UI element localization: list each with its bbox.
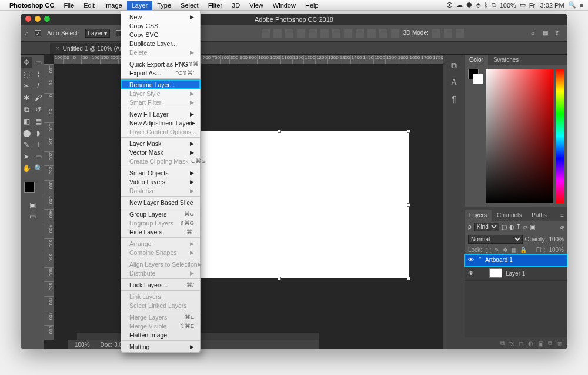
menu-item-group-layers[interactable]: Group Layers⌘G	[121, 210, 200, 218]
menu-item-rename-layer[interactable]: Rename Layer...	[121, 80, 200, 89]
foreground-color[interactable]	[24, 182, 35, 193]
3d-slide-icon[interactable]	[456, 29, 464, 38]
new-layer-icon[interactable]: ⧉	[548, 340, 552, 347]
lock-transparent-icon[interactable]: ⬚	[486, 247, 491, 253]
visibility-icon[interactable]: 👁	[468, 270, 475, 277]
menu-filter[interactable]: Filter	[203, 1, 227, 10]
align-vcenter-icon[interactable]	[273, 29, 282, 38]
type-tool[interactable]: T	[33, 140, 44, 150]
layer-thumbnail[interactable]	[489, 268, 502, 278]
brush-tool[interactable]: 🖌	[33, 92, 44, 103]
menu-help[interactable]: Help	[300, 1, 323, 10]
align-bottom-icon[interactable]	[285, 29, 293, 38]
artboard-tool[interactable]: ▭	[33, 57, 44, 68]
3d-orbit-icon[interactable]	[432, 29, 440, 38]
workspace-icon[interactable]: ▦	[543, 29, 551, 38]
adjustment-layer-icon[interactable]: ◐	[528, 340, 533, 347]
filter-adjust-icon[interactable]: ◐	[509, 224, 514, 230]
app-name[interactable]: Photoshop CC	[9, 2, 54, 9]
delete-layer-icon[interactable]: 🗑	[557, 340, 563, 347]
history-panel-icon[interactable]: ⧉	[451, 61, 457, 71]
3d-pan-icon[interactable]	[444, 29, 452, 38]
menu-file[interactable]: File	[59, 1, 79, 10]
layer-mask-icon[interactable]: ◻	[519, 340, 523, 347]
lock-all-icon[interactable]: 🔒	[520, 247, 527, 253]
menu-select[interactable]: Select	[176, 1, 203, 10]
color-picker-field[interactable]	[486, 69, 553, 203]
menu-item-video-layers[interactable]: Video Layers▶	[121, 177, 200, 186]
visibility-icon[interactable]: 👁	[468, 257, 475, 263]
menu-item-copy-css[interactable]: Copy CSS	[121, 21, 200, 30]
menu-3d[interactable]: 3D	[227, 1, 245, 10]
link-layers-icon[interactable]: ⧉	[500, 340, 505, 347]
status-indicator-icon[interactable]: ⦿	[446, 2, 453, 9]
zoom-tool[interactable]: 🔍	[33, 163, 44, 174]
tab-color[interactable]: Color	[465, 55, 488, 65]
filter-shape-icon[interactable]: ▱	[523, 224, 527, 230]
character-panel-icon[interactable]: A	[451, 78, 457, 87]
menu-item-lock-layers[interactable]: Lock Layers...⌘/	[121, 280, 200, 289]
gradient-tool[interactable]: ▤	[33, 116, 44, 127]
paragraph-panel-icon[interactable]: ¶	[452, 94, 456, 104]
chevron-down-icon[interactable]: ˅	[479, 257, 482, 263]
menu-type[interactable]: Type	[152, 1, 176, 10]
menu-item-new[interactable]: New▶	[121, 12, 200, 21]
menu-item-duplicate-layer[interactable]: Duplicate Layer...	[121, 39, 200, 48]
menu-item-copy-svg[interactable]: Copy SVG	[121, 30, 200, 39]
layer-menu-dropdown[interactable]: New▶Copy CSSCopy SVGDuplicate Layer...De…	[121, 11, 201, 353]
lock-pixels-icon[interactable]: ✎	[495, 247, 499, 253]
shield-icon[interactable]: ⬢	[466, 1, 472, 9]
color-bg-swatch[interactable]	[473, 74, 483, 84]
history-brush-tool[interactable]: ↺	[33, 104, 44, 115]
menu-item-hide-layers[interactable]: Hide Layers⌘,	[121, 227, 200, 236]
crop-tool[interactable]: ✂	[21, 81, 32, 91]
layer-row[interactable]: 👁Layer 1	[465, 266, 567, 281]
menu-extras-icon[interactable]: ≡	[580, 2, 583, 9]
menu-item-matting[interactable]: Matting▶	[121, 342, 200, 351]
menu-item-new-adjustment-layer[interactable]: New Adjustment Layer▶	[121, 118, 200, 127]
menu-view[interactable]: View	[245, 1, 268, 10]
tab-channels[interactable]: Channels	[492, 210, 526, 221]
menu-window[interactable]: Window	[268, 1, 300, 10]
distribute-h-icon[interactable]	[356, 29, 364, 38]
menu-edit[interactable]: Edit	[79, 1, 99, 10]
zoom-level[interactable]: 100%	[75, 341, 90, 348]
blur-tool[interactable]: ⬤	[21, 128, 32, 138]
tab-layers[interactable]: Layers	[465, 210, 492, 221]
eyedropper-tool[interactable]: /	[33, 81, 44, 91]
distribute-sp-icon[interactable]	[379, 29, 387, 38]
close-tab-icon[interactable]: ×	[56, 45, 59, 52]
cloud-icon[interactable]: ☁︎	[456, 1, 463, 9]
menu-item-new-layer-based-slice[interactable]: New Layer Based Slice	[121, 198, 200, 207]
quick-mask-icon[interactable]: ▣	[27, 200, 38, 210]
rect-tool[interactable]: ▭	[33, 151, 44, 162]
menu-item-export-as[interactable]: Export As...⌥⇧⌘'	[121, 68, 200, 77]
search-icon[interactable]: ⌕	[531, 29, 539, 38]
new-group-icon[interactable]: ▣	[538, 340, 543, 347]
align-right-icon[interactable]	[332, 29, 340, 38]
ruler-vertical[interactable]: 1005005010015020025030035040045050055060…	[44, 64, 54, 340]
fill-value[interactable]: 100%	[549, 247, 564, 253]
align-hcenter-icon[interactable]	[320, 29, 329, 38]
filter-pixel-icon[interactable]: ▢	[502, 224, 507, 230]
battery-percent[interactable]: 100%	[500, 2, 516, 9]
align-left-icon[interactable]	[309, 29, 317, 38]
hue-slider[interactable]	[556, 69, 564, 203]
spot-heal-tool[interactable]: ✱	[21, 92, 32, 103]
menu-item-flatten-image[interactable]: Flatten Image	[121, 330, 200, 339]
canvas-area[interactable]: 1005005010015020025030035040045050055060…	[44, 55, 443, 349]
foreground-background-swatch[interactable]	[24, 182, 41, 198]
tab-paths[interactable]: Paths	[527, 210, 552, 221]
opacity-value[interactable]: 100%	[549, 236, 564, 243]
minimize-window-button[interactable]	[35, 16, 41, 22]
dropbox-icon[interactable]: ⬘	[476, 1, 480, 9]
bluetooth-icon[interactable]: ᛒ	[484, 2, 488, 9]
filter-toggle[interactable]: ⌀	[560, 224, 564, 230]
menu-item-vector-mask[interactable]: Vector Mask▶	[121, 148, 200, 157]
menu-item-smart-objects[interactable]: Smart Objects▶	[121, 168, 200, 177]
clock-time[interactable]: 3:02 PM	[540, 2, 564, 9]
blend-mode-select[interactable]: Normal	[468, 235, 523, 244]
wifi-icon[interactable]: ⧉	[492, 1, 496, 9]
screen-mode-icon[interactable]: ▭	[27, 211, 38, 222]
filter-type-icon[interactable]: T	[517, 224, 520, 230]
